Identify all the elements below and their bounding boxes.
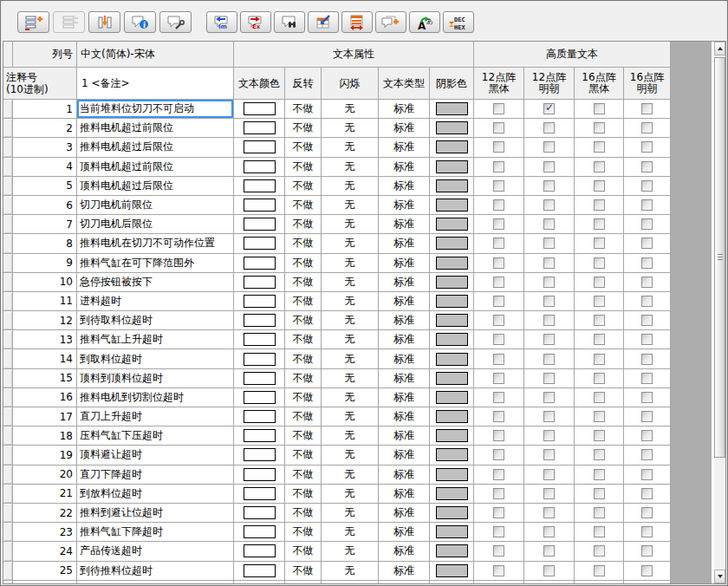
text-color-swatch[interactable]	[244, 102, 276, 115]
text-color-cell[interactable]	[234, 407, 285, 426]
hq-12-ming-checkbox[interactable]	[543, 545, 555, 557]
row-number-cell[interactable]: 18	[13, 426, 77, 445]
shadow-color-cell[interactable]	[430, 100, 474, 118]
shadow-color-swatch[interactable]	[436, 448, 468, 461]
hq-16-ming-checkbox[interactable]	[641, 392, 653, 403]
text-color-cell[interactable]	[234, 215, 285, 233]
blink-cell[interactable]: 无	[322, 254, 379, 272]
hq-16-ming-checkbox[interactable]	[641, 315, 653, 326]
invert-cell[interactable]: 不做	[285, 234, 322, 252]
comment-text-cell[interactable]: 到待推料位超时	[77, 562, 234, 580]
hq-16-ming-checkbox[interactable]	[641, 449, 653, 460]
hq-16-hei-checkbox[interactable]	[594, 526, 605, 537]
hq-16-ming-checkbox[interactable]	[641, 296, 653, 307]
shadow-color-swatch[interactable]	[436, 544, 468, 557]
remove-comment-rows-button[interactable]	[53, 11, 85, 33]
text-color-swatch[interactable]	[244, 353, 276, 366]
comment-text-cell[interactable]: 推料气缸在可下降范围外	[77, 254, 234, 272]
hq-12-hei-checkbox[interactable]	[493, 257, 504, 269]
hq-16-hei-checkbox[interactable]	[594, 180, 605, 192]
comment-text-cell[interactable]: 直刀下降超时	[77, 466, 234, 484]
insert-row-button[interactable]	[88, 11, 120, 33]
text-color-cell[interactable]	[234, 388, 285, 407]
text-color-swatch[interactable]	[244, 257, 276, 270]
text-type-cell[interactable]: 标准	[379, 349, 430, 368]
row-number-cell[interactable]: 17	[13, 407, 77, 426]
text-type-cell[interactable]: 标准	[379, 446, 430, 464]
text-color-swatch[interactable]	[244, 333, 276, 346]
comment-settings-button[interactable]	[159, 11, 192, 33]
invert-cell[interactable]: 不做	[285, 581, 322, 583]
hq-12-hei-checkbox[interactable]	[493, 411, 504, 422]
text-color-cell[interactable]	[234, 311, 285, 329]
invert-cell[interactable]: 不做	[285, 542, 322, 560]
hq-12-ming-checkbox[interactable]	[543, 257, 555, 269]
shadow-color-swatch[interactable]	[436, 140, 468, 153]
hq-16-hei-checkbox[interactable]	[594, 315, 605, 326]
hq-12-ming-checkbox[interactable]	[543, 277, 555, 288]
shadow-color-cell[interactable]	[430, 523, 474, 541]
blink-cell[interactable]: 无	[322, 215, 379, 233]
text-type-cell[interactable]: 标准	[379, 562, 430, 580]
hq-12-ming-checkbox[interactable]	[543, 161, 555, 173]
comment-text-cell[interactable]: 切刀电机前限位	[77, 196, 234, 214]
hq-16-hei-checkbox[interactable]	[594, 277, 605, 288]
text-color-cell[interactable]	[234, 100, 285, 118]
hq-12-ming-checkbox[interactable]	[543, 430, 555, 441]
comment-text-cell[interactable]: 到待取料位超时	[77, 311, 234, 329]
row-selector-cell[interactable]	[3, 138, 13, 156]
hq-16-hei-checkbox[interactable]	[594, 296, 605, 307]
hq-12-hei-checkbox[interactable]	[493, 392, 504, 403]
comment-text-cell[interactable]: 当前堆料位切刀不可启动	[77, 100, 234, 118]
hq-12-ming-checkbox[interactable]	[543, 565, 555, 576]
invert-cell[interactable]: 不做	[285, 158, 322, 176]
text-color-swatch[interactable]	[244, 391, 276, 404]
shadow-color-swatch[interactable]	[436, 410, 468, 423]
comment-text-cell[interactable]: 顶料避让超时	[77, 446, 234, 464]
shadow-color-cell[interactable]	[430, 581, 474, 583]
hq-16-ming-checkbox[interactable]	[641, 103, 653, 114]
hq-12-hei-checkbox[interactable]	[493, 430, 504, 441]
text-type-cell[interactable]: 标准	[379, 138, 430, 156]
row-number-cell[interactable]: 1	[13, 100, 77, 118]
hq-12-ming-checkbox[interactable]	[543, 526, 555, 537]
row-number-cell[interactable]: 19	[13, 446, 77, 464]
comment-text-cell[interactable]	[77, 581, 234, 583]
text-type-cell[interactable]: 标准	[379, 177, 430, 195]
text-color-swatch[interactable]	[244, 140, 276, 153]
row-number-cell[interactable]: 5	[13, 177, 77, 195]
comment-text-cell[interactable]: 推料电机超过前限位	[77, 119, 234, 137]
hq-12-hei-checkbox[interactable]	[493, 449, 504, 460]
hq-16-ming-checkbox[interactable]	[641, 469, 653, 480]
add-comment-rows-button[interactable]	[17, 11, 49, 33]
hq-12-ming-checkbox[interactable]	[543, 122, 555, 133]
shadow-color-cell[interactable]	[430, 485, 474, 503]
text-color-cell[interactable]	[234, 234, 285, 252]
hq-12-hei-checkbox[interactable]	[493, 469, 504, 480]
blink-cell[interactable]: 无	[322, 562, 379, 580]
row-selector-cell[interactable]	[3, 562, 13, 580]
text-color-cell[interactable]	[234, 292, 285, 310]
text-color-cell[interactable]	[234, 330, 285, 348]
shadow-color-swatch[interactable]	[436, 353, 468, 366]
convert-language-button[interactable]: A あ	[409, 11, 440, 33]
blink-cell[interactable]: 无	[322, 273, 379, 291]
hq-16-ming-checkbox[interactable]	[641, 545, 653, 557]
invert-cell[interactable]: 不做	[285, 426, 322, 445]
text-color-swatch[interactable]	[244, 468, 276, 481]
hq-16-hei-checkbox[interactable]	[594, 507, 605, 518]
blink-cell[interactable]: 无	[322, 158, 379, 176]
hq-16-hei-checkbox[interactable]	[594, 218, 605, 230]
text-color-swatch[interactable]	[244, 564, 276, 577]
text-color-swatch[interactable]	[244, 448, 276, 461]
hq-16-hei-checkbox[interactable]	[594, 122, 605, 133]
fit-column-width-button[interactable]	[341, 11, 373, 33]
text-color-cell[interactable]	[234, 542, 285, 560]
text-color-swatch[interactable]	[244, 160, 276, 173]
shadow-color-swatch[interactable]	[436, 257, 468, 270]
shadow-color-cell[interactable]	[430, 292, 474, 310]
text-color-cell[interactable]	[234, 196, 285, 214]
row-number-cell[interactable]: 4	[13, 158, 77, 176]
hq-12-hei-checkbox[interactable]	[493, 161, 504, 173]
row-selector-cell[interactable]	[3, 523, 13, 541]
